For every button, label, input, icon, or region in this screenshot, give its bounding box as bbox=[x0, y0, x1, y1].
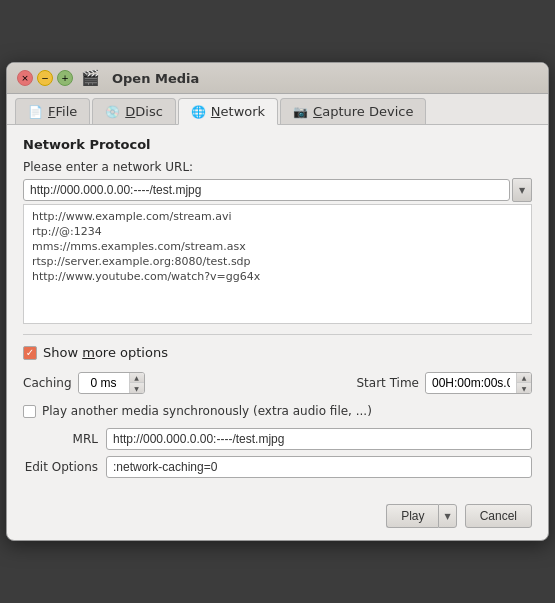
edit-options-input[interactable] bbox=[106, 456, 532, 478]
edit-options-label: Edit Options bbox=[23, 460, 98, 474]
tab-bar: 📄 FFile 💿 DDisc 🌐 Network 📷 Capture Devi… bbox=[7, 94, 548, 125]
start-time-spinbox: ▲ ▼ bbox=[425, 372, 532, 394]
divider-1 bbox=[23, 334, 532, 335]
show-more-checkbox[interactable] bbox=[23, 346, 37, 360]
sync-checkbox[interactable] bbox=[23, 405, 36, 418]
caching-group: Caching ▲ ▼ bbox=[23, 372, 145, 394]
tab-disc[interactable]: 💿 DDisc bbox=[92, 98, 176, 124]
tab-network[interactable]: 🌐 Network bbox=[178, 98, 278, 125]
play-dropdown-arrow[interactable]: ▼ bbox=[438, 504, 456, 528]
caching-label: Caching bbox=[23, 376, 72, 390]
play-button[interactable]: Play bbox=[386, 504, 438, 528]
cancel-button[interactable]: Cancel bbox=[465, 504, 532, 528]
caching-arrows: ▲ ▼ bbox=[129, 373, 144, 393]
example-url-1[interactable]: http://www.example.com/stream.avi bbox=[32, 209, 523, 224]
file-icon: 📄 bbox=[28, 105, 43, 119]
start-time-value[interactable] bbox=[426, 374, 516, 392]
minimize-button[interactable]: − bbox=[37, 70, 53, 86]
window-title: Open Media bbox=[112, 71, 199, 86]
dialog-window: × − + 🎬 Open Media 📄 FFile 💿 DDisc 🌐 Net… bbox=[6, 62, 549, 541]
network-icon: 🌐 bbox=[191, 105, 206, 119]
url-label: Please enter a network URL: bbox=[23, 160, 532, 174]
mrl-input[interactable] bbox=[106, 428, 532, 450]
url-input[interactable] bbox=[23, 179, 510, 201]
edit-options-row: Edit Options bbox=[23, 456, 532, 478]
start-time-arrows: ▲ ▼ bbox=[516, 373, 531, 393]
show-more-row: Show more options bbox=[23, 345, 532, 360]
titlebar: × − + 🎬 Open Media bbox=[7, 63, 548, 94]
example-url-3[interactable]: mms://mms.examples.com/stream.asx bbox=[32, 239, 523, 254]
tab-content: Network Protocol Please enter a network … bbox=[7, 125, 548, 496]
sync-row: Play another media synchronously (extra … bbox=[23, 404, 532, 418]
example-url-5[interactable]: http://www.youtube.com/watch?v=gg64x bbox=[32, 269, 523, 284]
start-time-up-arrow[interactable]: ▲ bbox=[517, 373, 531, 383]
mrl-row: MRL bbox=[23, 428, 532, 450]
maximize-button[interactable]: + bbox=[57, 70, 73, 86]
show-more-label: Show more options bbox=[43, 345, 168, 360]
url-row: ▼ bbox=[23, 178, 532, 202]
example-url-4[interactable]: rtsp://server.example.org:8080/test.sdp bbox=[32, 254, 523, 269]
film-icon: 🎬 bbox=[81, 69, 100, 87]
section-title: Network Protocol bbox=[23, 137, 532, 152]
example-url-2[interactable]: rtp://@:1234 bbox=[32, 224, 523, 239]
sync-label: Play another media synchronously (extra … bbox=[42, 404, 372, 418]
start-time-group: Start Time ▲ ▼ bbox=[357, 372, 533, 394]
caching-spinbox: ▲ ▼ bbox=[78, 372, 145, 394]
start-time-label: Start Time bbox=[357, 376, 420, 390]
url-dropdown-button[interactable]: ▼ bbox=[512, 178, 532, 202]
caching-value[interactable] bbox=[79, 374, 129, 392]
caching-row: Caching ▲ ▼ Start Time ▲ ▼ bbox=[23, 372, 532, 394]
disc-icon: 💿 bbox=[105, 105, 120, 119]
caching-up-arrow[interactable]: ▲ bbox=[130, 373, 144, 383]
close-button[interactable]: × bbox=[17, 70, 33, 86]
window-controls: × − + bbox=[17, 70, 73, 86]
start-time-down-arrow[interactable]: ▼ bbox=[517, 383, 531, 393]
mrl-label: MRL bbox=[23, 432, 98, 446]
caching-down-arrow[interactable]: ▼ bbox=[130, 383, 144, 393]
tab-capture[interactable]: 📷 Capture Device bbox=[280, 98, 426, 124]
play-button-group: Play ▼ bbox=[386, 504, 457, 528]
tab-file[interactable]: 📄 FFile bbox=[15, 98, 90, 124]
capture-icon: 📷 bbox=[293, 105, 308, 119]
bottom-bar: Play ▼ Cancel bbox=[7, 496, 548, 540]
url-dropdown-list: http://www.example.com/stream.avi rtp://… bbox=[23, 204, 532, 324]
